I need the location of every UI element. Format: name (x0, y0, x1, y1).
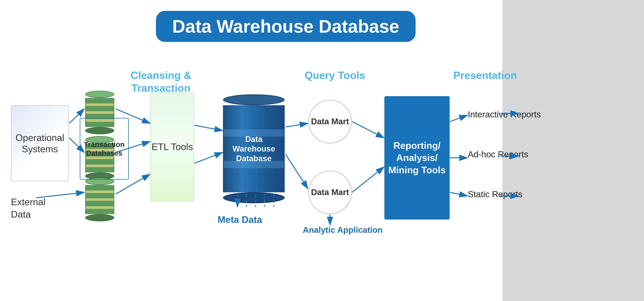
db-stripe (86, 206, 114, 209)
operational-systems-label: Operational Systems (12, 132, 68, 155)
dw-bottom (223, 192, 285, 203)
db-top (85, 91, 114, 98)
db-bottom (85, 214, 114, 221)
svg-line-11 (286, 154, 308, 189)
transaction-databases-box: Transaction Databases (80, 118, 129, 180)
etl-tools-label: ETL Tools (152, 141, 193, 153)
dw-body: Data Warehouse Database (223, 105, 285, 192)
dw-stripe (224, 161, 284, 168)
data-warehouse-label: Data Warehouse Database (232, 134, 275, 163)
title-wrapper: Data Warehouse Database (0, 0, 644, 42)
svg-line-10 (286, 123, 308, 127)
db-body (85, 185, 114, 214)
transaction-databases-label: Transaction Databases (80, 140, 128, 157)
title-box: Data Warehouse Database (156, 11, 416, 42)
page-title: Data Warehouse Database (172, 16, 399, 37)
db-stripe (86, 111, 114, 114)
data-mart-top: Data Mart (308, 100, 352, 143)
reporting-label: Reporting/ Analysis/ Mining Tools (384, 140, 450, 176)
svg-line-20 (450, 115, 468, 122)
svg-line-12 (352, 122, 384, 138)
reporting-box: Reporting/ Analysis/ Mining Tools (384, 96, 450, 219)
output-static: Static Reports (468, 189, 522, 200)
output-adhoc: Ad-hoc Reports (468, 149, 528, 160)
data-mart-bottom: Data Mart (308, 171, 352, 214)
db-cylinder-bottom (85, 178, 114, 221)
analytic-application-label: Analytic Application (303, 225, 382, 235)
etl-tools-box: ETL Tools (150, 93, 194, 201)
data-mart-top-label: Data Mart (311, 117, 349, 126)
section-presentation: Presentation (453, 69, 517, 82)
diagram-area: Cleansing &Transaction Query Tools Prese… (0, 47, 580, 301)
section-cleansing: Cleansing &Transaction (130, 69, 191, 94)
svg-line-8 (194, 125, 223, 131)
data-mart-bottom-label: Data Mart (311, 187, 349, 197)
db-stripe (86, 190, 114, 193)
main-container: Data Warehouse Database Cleansing &Trans… (0, 0, 644, 301)
svg-line-13 (352, 167, 384, 192)
operational-systems-box: Operational Systems (11, 105, 69, 181)
meta-data-label: Meta Data (218, 214, 262, 225)
svg-line-22 (450, 192, 468, 196)
section-query: Query Tools (304, 69, 365, 82)
dw-top (223, 94, 285, 105)
db-stripe (86, 103, 114, 106)
svg-line-9 (194, 152, 223, 163)
dw-stripe (224, 129, 284, 137)
output-interactive: Interactive Reports (468, 109, 541, 120)
external-data-label: ExternalData (11, 196, 46, 220)
db-stripe (86, 198, 114, 201)
data-warehouse-cylinder: Data Warehouse Database (223, 94, 285, 203)
